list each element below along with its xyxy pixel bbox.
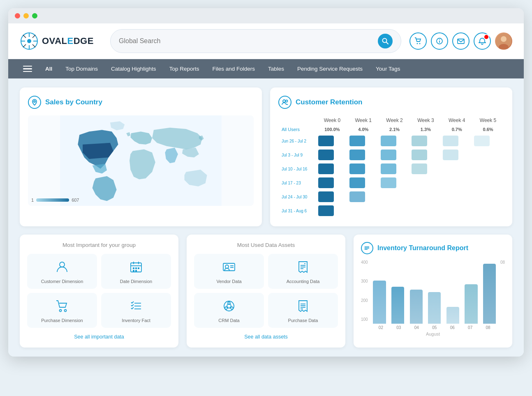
- customer-retention-title: Customer Retention: [278, 96, 504, 109]
- inventory-chart: 400 300 200 100 02030405060708 08: [361, 260, 505, 334]
- nav-item-pending-requests[interactable]: Pending Service Requests: [291, 59, 369, 78]
- see-all-assets-link[interactable]: See all data assets: [244, 334, 288, 340]
- retention-cell-empty: [473, 148, 503, 161]
- week-3-header: Week 3: [410, 116, 441, 124]
- all-users-label: All Users: [279, 125, 316, 134]
- receipt-list-icon: [296, 299, 310, 315]
- cohort-label: Jul 17 - 23: [279, 176, 316, 189]
- retention-row: Jul 10 - Jul 16: [279, 162, 503, 175]
- svg-rect-32: [138, 267, 139, 269]
- chart-x-title: August: [361, 332, 505, 336]
- user-group-icon: [278, 96, 291, 109]
- mail-icon-button[interactable]: [452, 32, 470, 50]
- date-dimension-label: Date Dimension: [120, 279, 152, 284]
- nav-item-catalog-highlights[interactable]: Catalog Highlights: [104, 59, 163, 78]
- maximize-dot[interactable]: [32, 13, 37, 18]
- search-input[interactable]: [119, 37, 374, 45]
- search-button[interactable]: [378, 34, 393, 48]
- accounting-data-card[interactable]: Accounting Data: [268, 254, 338, 289]
- svg-rect-34: [135, 270, 137, 272]
- chart-bar-wrap: [482, 264, 497, 324]
- purchase-data-card[interactable]: Purchase Data: [268, 293, 338, 328]
- retention-cell: [379, 176, 410, 189]
- retention-cell: [317, 204, 347, 217]
- close-dot[interactable]: [15, 13, 20, 18]
- user-avatar[interactable]: [495, 32, 512, 50]
- most-used-assets-panel: Most Used Data Assets Vend: [187, 235, 345, 348]
- svg-point-12: [417, 43, 418, 44]
- retention-cell: [473, 134, 503, 147]
- map-legend-bar: [36, 198, 69, 202]
- logo-icon: [20, 32, 39, 51]
- cart-icon: [56, 299, 69, 315]
- receipt-icon: [296, 260, 310, 276]
- id-card-icon: [222, 260, 236, 276]
- date-dimension-card[interactable]: Date Dimension: [101, 254, 171, 289]
- inventory-report-icon: [361, 242, 373, 254]
- purchase-dimension-card[interactable]: Purchase Dimension: [27, 293, 97, 328]
- nav-item-files-folders[interactable]: Files and Folders: [206, 59, 261, 78]
- svg-point-63: [365, 246, 365, 247]
- week-1-header: Week 1: [348, 116, 379, 124]
- sales-by-country-panel: Sales by Country: [20, 87, 262, 226]
- y-right-label: 08: [500, 260, 505, 265]
- crm-data-card[interactable]: CRM Data: [194, 293, 264, 328]
- map-legend-min: 1: [31, 198, 34, 203]
- chart-bar-label: 02: [372, 325, 390, 330]
- info-icon-button[interactable]: [431, 32, 448, 50]
- nav-item-your-tags[interactable]: Your Tags: [369, 59, 407, 78]
- hamburger-menu-button[interactable]: [16, 60, 39, 78]
- map-legend-max: 607: [72, 198, 79, 203]
- header-icons: [409, 32, 512, 50]
- nav-item-top-reports[interactable]: Top Reports: [163, 59, 206, 78]
- all-users-value-5: 0.6%: [473, 125, 503, 134]
- all-users-value-3: 1.3%: [410, 125, 441, 134]
- inventory-report-label: Inventory Turnaround Report: [377, 244, 468, 252]
- svg-point-19: [501, 36, 507, 42]
- minimize-dot[interactable]: [23, 13, 29, 18]
- cohort-label: Jul 31 - Aug 6: [279, 204, 316, 217]
- retention-cell: [317, 148, 347, 161]
- nav-item-all[interactable]: All: [39, 59, 59, 78]
- retention-cell-empty: [379, 204, 410, 217]
- retention-cell-empty: [473, 162, 503, 175]
- nav-item-tables[interactable]: Tables: [261, 59, 291, 78]
- vendor-data-card[interactable]: Vendor Data: [194, 254, 264, 289]
- calendar-icon: [130, 260, 143, 276]
- vendor-data-label: Vendor Data: [216, 279, 241, 284]
- svg-line-9: [23, 44, 26, 47]
- important-group-panel: Most Important for your group Customer D…: [20, 235, 178, 348]
- cohort-label: Jul 10 - Jul 16: [279, 162, 316, 175]
- nav-item-top-domains[interactable]: Top Domains: [59, 59, 104, 78]
- retention-cell: [410, 162, 441, 175]
- cart-icon-button[interactable]: [409, 32, 427, 50]
- search-bar[interactable]: [110, 29, 401, 53]
- list-check-icon: [130, 299, 143, 315]
- see-all-important-link[interactable]: See all important data: [74, 334, 124, 340]
- chart-bar-wrap: [464, 284, 479, 324]
- chart-bar-label: 07: [461, 325, 479, 330]
- retention-cell-empty: [348, 204, 379, 217]
- retention-cell-empty: [442, 162, 472, 175]
- svg-point-24: [286, 100, 288, 102]
- inventory-fact-label: Inventory Fact: [122, 318, 150, 323]
- person-network-icon: [222, 299, 236, 315]
- svg-rect-31: [135, 267, 137, 269]
- customer-dimension-card[interactable]: Customer Dimension: [27, 254, 97, 289]
- all-users-value-0: 100.0%: [317, 125, 347, 134]
- chart-bar-label: 06: [444, 325, 461, 330]
- svg-point-16: [439, 39, 440, 40]
- cohort-label: Jul 24 - Jul 30: [279, 190, 316, 203]
- top-row: Sales by Country: [20, 87, 512, 226]
- most-used-assets-title: Most Used Data Assets: [194, 242, 338, 248]
- notification-icon-button[interactable]: [474, 32, 491, 50]
- svg-line-6: [23, 35, 26, 38]
- inventory-fact-card[interactable]: Inventory Fact: [101, 293, 171, 328]
- week-0-header: Week 0: [317, 116, 347, 124]
- location-icon: [28, 96, 41, 109]
- chart-bar-wrap: [427, 292, 442, 324]
- retention-row: Jun 26 - Jul 2: [279, 134, 503, 147]
- retention-cell: [317, 134, 347, 147]
- retention-cell: [348, 148, 379, 161]
- customer-retention-panel: Customer Retention Week 0 Week 1 Week 2 …: [270, 87, 512, 226]
